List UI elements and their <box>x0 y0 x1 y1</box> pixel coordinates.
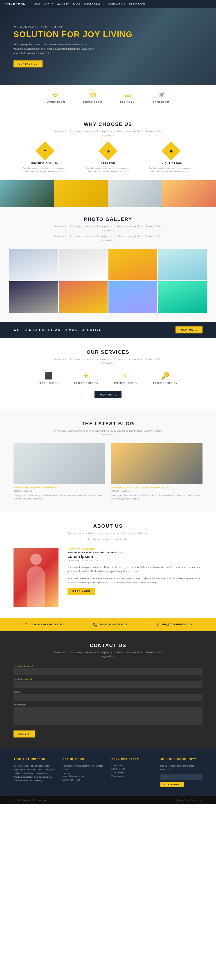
bed-room-icon: 🛏 <box>125 92 131 99</box>
bed-room-label: BED ROOM <box>120 101 135 103</box>
phone-text: Phone: (+116) 8303 27313 <box>100 623 127 626</box>
gallery-item-1[interactable] <box>9 249 58 280</box>
site-footer: ABOUT ET INDECON Lorem ipsum dolor sit a… <box>0 749 216 796</box>
blog-image-2 <box>111 443 202 484</box>
blog-tag-1[interactable]: DESIGN & BUILD INTERIOR FROM PRODUCTS <box>14 487 105 489</box>
living-room-icon: 🛋 <box>53 92 59 99</box>
about-content: INTERIOR DESIGNER NEW DESIGN / NORTH SHO… <box>68 548 202 595</box>
blog-desc: Lorem ipsum dolor sit amet, consectetur … <box>52 429 164 436</box>
site-logo[interactable]: ETINDECON <box>5 3 26 6</box>
nav-link-6[interactable]: ET INDECON <box>129 3 145 6</box>
footer-service-floor[interactable]: Floor Design <box>111 764 154 766</box>
gallery-grid <box>9 249 207 313</box>
name-input[interactable] <box>14 668 202 675</box>
why-item-title: PROFESSIONALISM <box>31 162 58 165</box>
blog-tag-2[interactable]: HOW TO BUILD A RELAXING OF LIVING INTERI… <box>111 487 202 489</box>
service-floor: ⬛ FLOOR DESIGN <box>39 372 58 384</box>
gallery-item-2[interactable] <box>59 249 107 280</box>
about-title: ABOUT US <box>14 523 202 529</box>
gallery-section: PHOTO GALLERY Lorem ipsum dolor sit amet… <box>0 207 216 322</box>
address-icon: 📍 <box>24 622 28 627</box>
name-required: (required) <box>24 665 33 667</box>
hero-title: SOLUTION FOR JOY LIVING <box>14 30 202 39</box>
service-exterior-2: 🔑 EXTERIOR DESIGN <box>153 372 177 384</box>
nav-menu: HomeAboutGalleryBlogPhotographyContact U… <box>33 2 145 6</box>
why-item-title-3: UNIQUE DESIGN <box>159 162 182 165</box>
hero-description: Sed ut perspiciatis unde omnis iste natu… <box>14 42 99 55</box>
service-interior: ✏ INTERIOR DESIGN <box>114 372 137 384</box>
gallery-item-4[interactable] <box>158 249 207 280</box>
gallery-desc: Lorem ipsum dolor sit amet, consectetur … <box>52 224 164 232</box>
about-read-more-button[interactable]: READ MORE <box>68 588 95 595</box>
email-text: INFO@YOURWEBMAIL.COM <box>162 623 192 626</box>
nav-link-3[interactable]: Blog <box>73 3 80 6</box>
nav-link-2[interactable]: Gallery <box>57 3 69 6</box>
gallery-item-6[interactable] <box>59 281 107 313</box>
unique-icon: ◆ <box>162 141 181 161</box>
why-item-title-2: CREATIVE <box>101 162 115 165</box>
email-required: (required) <box>24 678 33 680</box>
hero-content: WE COMPLATE YOUR DREAM SOLUTION FOR JOY … <box>14 25 202 68</box>
hero-subtitle: WE COMPLATE YOUR DREAM <box>14 25 202 28</box>
contact-phone: 📞 Phone: (+116) 8303 27313 <box>93 622 127 627</box>
message-label: Your Message <box>14 704 202 706</box>
form-row-subject: Subject <box>14 691 202 701</box>
why-choose-title: WHY CHOOSE US <box>14 121 202 127</box>
footer-service-interior[interactable]: Interior Design <box>111 771 154 773</box>
form-submit-button[interactable]: SUBMIT <box>14 730 35 738</box>
gallery-title: PHOTO GALLERY <box>9 216 207 222</box>
footer-email-input[interactable] <box>161 774 203 780</box>
exterior-design-label-2: EXTERIOR DESIGN <box>153 382 177 384</box>
subject-input[interactable] <box>14 694 202 701</box>
photo-strip-3 <box>108 180 162 207</box>
gallery-item-3[interactable] <box>109 249 157 280</box>
services-grid: ⬛ FLOOR DESIGN ★ EXTERIOR DESIGN ✏ INTER… <box>14 372 202 384</box>
footer-about-title: ABOUT ET INDECON <box>14 758 56 760</box>
footer-website-link[interactable]: www.yourshool.com <box>63 779 105 781</box>
services-view-more-button[interactable]: VIEW MORE <box>95 391 121 398</box>
footer-bottom: © 2014 ET Indecon. All rights reserved. … <box>0 796 216 804</box>
footer-community-title: JOIN OUR COMMUNITY <box>161 758 203 760</box>
email-input[interactable] <box>14 681 202 688</box>
interior-design-icon: ✏ <box>123 372 129 380</box>
why-item-desc-2: Sed ut perspiciatis unde omnis iste natu… <box>83 167 133 173</box>
footer-address: 362 Mechriss Nimed Street Wherever, Unit… <box>63 764 105 771</box>
nav-link-1[interactable]: About <box>44 3 53 6</box>
blog-grid: DESIGN & BUILD INTERIOR FROM PRODUCTS Se… <box>14 443 202 501</box>
gallery-item-5[interactable] <box>9 281 58 313</box>
gallery-item-7[interactable] <box>109 281 157 313</box>
contact-address: 📍 20 North Street / San Yalan 123 <box>24 622 63 627</box>
services-section: OUR SERVICES Lorem ipsum dolor sit amet,… <box>0 338 216 409</box>
bath-room-label: BATH ROOM <box>153 101 169 103</box>
footer-service-feature[interactable]: Feature Work <box>111 775 154 777</box>
email-label: Your Email (required) <box>14 678 202 680</box>
message-textarea[interactable] <box>14 707 202 725</box>
footer-service-exterior[interactable]: Exterior Design <box>111 768 154 770</box>
contact-form-title: CONTACT US <box>14 643 202 648</box>
contact-form-section: CONTACT US Lorem ipsum dolor sit amet, c… <box>0 631 216 749</box>
about-text-1: Sed ornare lacinia porta. Morbi arcu 10 … <box>68 565 202 573</box>
footer-phone: +56 2300 1188 <box>63 772 105 775</box>
banner-text: WE TURN GREAT IDEAS TO MAKE CREATIVE <box>14 328 102 332</box>
footer-copyright: © 2014 ET Indecon. All rights reserved. <box>14 799 49 801</box>
services-title: OUR SERVICES <box>14 349 202 355</box>
blog-excerpt-2: Lorem ipsum dolor sit amet, you will fin… <box>111 494 202 501</box>
nav-link-5[interactable]: Contact Us <box>108 3 125 6</box>
about-sub-desc: Sed ut perspiciatis unde omnis iste natu… <box>52 538 164 541</box>
nav-link-0[interactable]: Home <box>33 3 40 6</box>
why-choose-section: WHY CHOOSE US Lorem ipsum dolor sit amet… <box>0 110 216 180</box>
banner-button[interactable]: VIEW MORE <box>175 326 202 333</box>
footer-email-link[interactable]: support@youremail.com <box>63 775 105 777</box>
footer-contact-title: GET IN TOUCH <box>63 758 105 760</box>
nav-link-4[interactable]: Photography <box>84 3 104 6</box>
blog-section: THE LATEST BLOG Lorem ipsum dolor sit am… <box>0 409 216 512</box>
footer-col-about: ABOUT ET INDECON Lorem ipsum dolor sit a… <box>14 758 56 787</box>
gallery-item-8[interactable] <box>158 281 207 313</box>
footer-policy-links: Privacy Policy | Terms of Use <box>177 799 202 801</box>
name-label: Your Name (required) <box>14 665 202 667</box>
footer-about-text: Lorem ipsum dolor sit amet, consectetur … <box>14 764 56 783</box>
person-body <box>27 566 45 607</box>
footer-subscribe-button[interactable]: Subscribe <box>161 782 184 788</box>
hero-cta-button[interactable]: CONTACT US <box>14 60 43 67</box>
about-desc: Lorem ipsum dolor sit amet, consectetur … <box>52 531 164 535</box>
